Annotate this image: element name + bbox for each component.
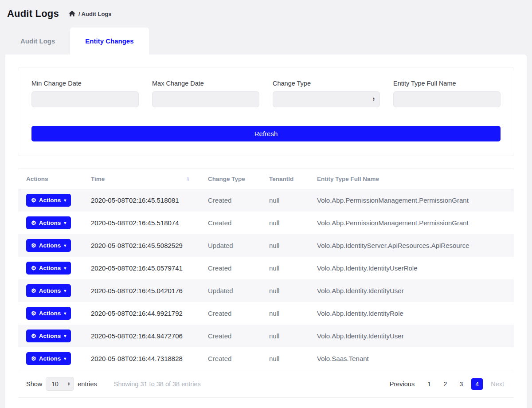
max-change-date-input[interactable]: [152, 91, 259, 107]
entity-type-input[interactable]: [393, 91, 501, 107]
change-type-cell: Updated: [200, 279, 261, 302]
change-type-cell: Updated: [200, 234, 261, 257]
tenant-id-cell: null: [261, 347, 309, 370]
caret-down-icon: ▾: [64, 356, 66, 361]
entries-label: entries: [78, 381, 97, 388]
time-cell: 2020-05-08T02:16:45.5082529: [83, 234, 200, 257]
tenant-id-cell: null: [261, 325, 309, 347]
table-row: ⚙ Actions ▾ 2020-05-08T02:16:45.0420176 …: [18, 279, 514, 302]
caret-down-icon: ▾: [64, 220, 66, 225]
min-change-date-input[interactable]: [31, 91, 139, 107]
page-size-control: Show 10 ▲▼ entries: [26, 377, 97, 391]
entity-type-cell: Volo.Abp.IdentityServer.ApiResources.Api…: [309, 234, 514, 257]
max-change-date-label: Max Change Date: [152, 80, 259, 87]
filter-field-entity-type: Entity Type Full Name: [393, 80, 501, 107]
row-actions-button[interactable]: ⚙ Actions ▾: [26, 330, 71, 342]
column-header-tenant-id: TenantId: [261, 169, 309, 189]
filter-grid: Min Change Date Max Change Date Change T…: [31, 80, 501, 107]
page-title: Audit Logs: [7, 8, 59, 20]
content-card: Min Change Date Max Change Date Change T…: [5, 55, 527, 408]
gear-icon: ⚙: [31, 220, 36, 226]
pagination-page-3[interactable]: 3: [455, 378, 467, 390]
entity-type-cell: Volo.Saas.Tenant: [309, 347, 514, 370]
row-actions-button[interactable]: ⚙ Actions ▾: [26, 262, 71, 275]
table-row: ⚙ Actions ▾ 2020-05-08T02:16:45.518074 C…: [18, 212, 514, 234]
select-arrows-icon: ▲▼: [372, 97, 375, 102]
pagination-previous[interactable]: Previous: [388, 378, 416, 390]
actions-cell: ⚙ Actions ▾: [18, 189, 83, 212]
pagination-page-1[interactable]: 1: [423, 378, 435, 390]
select-arrows-icon: ▲▼: [67, 382, 70, 386]
table-header-row: Actions Time ↑↓ Change Type TenantId Ent…: [18, 169, 514, 189]
pagination-page-4[interactable]: 4: [471, 378, 483, 390]
caret-down-icon: ▾: [64, 243, 66, 248]
pagination-page-2[interactable]: 2: [439, 378, 451, 390]
actions-cell: ⚙ Actions ▾: [18, 302, 83, 325]
change-type-cell: Created: [200, 257, 261, 279]
gear-icon: ⚙: [31, 310, 36, 317]
gear-icon: ⚙: [31, 355, 36, 362]
table-footer: Show 10 ▲▼ entries Showing 31 to 38 of 3…: [18, 370, 514, 397]
pagination: Previous 1 2 3 4 Next: [388, 378, 506, 390]
page-header: Audit Logs / Audit Logs: [0, 0, 532, 26]
column-header-time[interactable]: Time ↑↓: [83, 169, 200, 189]
caret-down-icon: ▾: [64, 266, 66, 271]
min-change-date-label: Min Change Date: [31, 80, 139, 87]
caret-down-icon: ▾: [64, 311, 66, 316]
column-header-change-type: Change Type: [200, 169, 261, 189]
gear-icon: ⚙: [31, 333, 36, 339]
audit-logs-page: Audit Logs / Audit Logs Audit Logs Entit…: [0, 0, 532, 408]
table-row: ⚙ Actions ▾ 2020-05-08T02:16:45.518081 C…: [18, 189, 514, 212]
row-actions-button[interactable]: ⚙ Actions ▾: [26, 307, 71, 320]
table-row: ⚙ Actions ▾ 2020-05-08T02:16:45.0579741 …: [18, 257, 514, 279]
breadcrumb-path: / Audit Logs: [78, 11, 112, 17]
entity-type-label: Entity Type Full Name: [393, 80, 501, 87]
gear-icon: ⚙: [31, 197, 36, 204]
entity-type-cell: Volo.Abp.Identity.IdentityUser: [309, 325, 514, 347]
time-cell: 2020-05-08T02:16:45.0579741: [83, 257, 200, 279]
change-type-select[interactable]: ▲▼: [273, 91, 380, 107]
tab-audit-logs[interactable]: Audit Logs: [5, 27, 70, 55]
column-header-actions: Actions: [18, 169, 83, 189]
entity-type-cell: Volo.Abp.PermissionManagement.Permission…: [309, 212, 514, 234]
gear-icon: ⚙: [31, 265, 36, 271]
actions-cell: ⚙ Actions ▾: [18, 234, 83, 257]
time-cell: 2020-05-08T02:16:44.9472706: [83, 325, 200, 347]
page-size-value: 10: [51, 381, 59, 388]
row-actions-button[interactable]: ⚙ Actions ▾: [26, 194, 71, 207]
pagination-next[interactable]: Next: [489, 378, 506, 390]
actions-cell: ⚙ Actions ▾: [18, 279, 83, 302]
table-row: ⚙ Actions ▾ 2020-05-08T02:16:44.7318828 …: [18, 347, 514, 370]
entity-changes-table: Actions Time ↑↓ Change Type TenantId Ent…: [18, 169, 514, 398]
change-type-cell: Created: [200, 212, 261, 234]
row-actions-button[interactable]: ⚙ Actions ▾: [26, 284, 71, 297]
actions-cell: ⚙ Actions ▾: [18, 347, 83, 370]
tab-entity-changes[interactable]: Entity Changes: [70, 27, 149, 55]
tenant-id-cell: null: [261, 234, 309, 257]
filter-field-max-change-date: Max Change Date: [152, 80, 259, 107]
refresh-button[interactable]: Refresh: [31, 126, 501, 141]
time-cell: 2020-05-08T02:16:44.7318828: [83, 347, 200, 370]
table-row: ⚙ Actions ▾ 2020-05-08T02:16:44.9472706 …: [18, 325, 514, 347]
entity-type-cell: Volo.Abp.Identity.IdentityUser: [309, 279, 514, 302]
column-header-entity-type: Entity Type Full Name: [309, 169, 514, 189]
table-row: ⚙ Actions ▾ 2020-05-08T02:16:45.5082529 …: [18, 234, 514, 257]
tab-bar: Audit Logs Entity Changes: [5, 27, 527, 55]
actions-cell: ⚙ Actions ▾: [18, 325, 83, 347]
row-actions-button[interactable]: ⚙ Actions ▾: [26, 352, 71, 365]
row-actions-button[interactable]: ⚙ Actions ▾: [26, 216, 71, 229]
time-cell: 2020-05-08T02:16:45.518081: [83, 189, 200, 212]
page-size-select[interactable]: 10 ▲▼: [46, 377, 74, 391]
sort-icon[interactable]: ↑↓: [186, 176, 195, 182]
filter-field-change-type: Change Type ▲▼: [273, 80, 380, 107]
showing-entries-text: Showing 31 to 38 of 38 entries: [114, 381, 388, 388]
home-icon[interactable]: [69, 11, 75, 17]
tenant-id-cell: null: [261, 189, 309, 212]
change-type-cell: Created: [200, 302, 261, 325]
tenant-id-cell: null: [261, 257, 309, 279]
table-row: ⚙ Actions ▾ 2020-05-08T02:16:44.9921792 …: [18, 302, 514, 325]
filter-panel: Min Change Date Max Change Date Change T…: [18, 67, 514, 156]
caret-down-icon: ▾: [64, 198, 66, 203]
time-cell: 2020-05-08T02:16:45.0420176: [83, 279, 200, 302]
row-actions-button[interactable]: ⚙ Actions ▾: [26, 239, 71, 252]
